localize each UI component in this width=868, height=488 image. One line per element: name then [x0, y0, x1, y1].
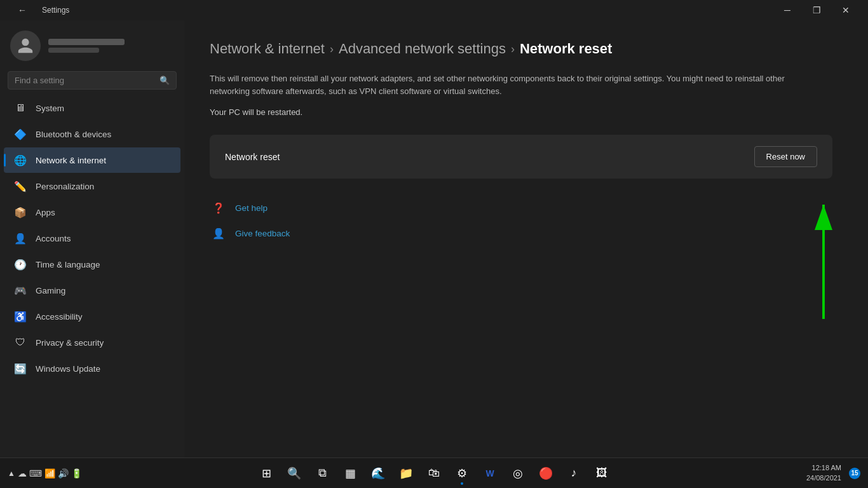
reset-now-button[interactable]: Reset now [754, 146, 817, 167]
sidebar-item-label-privacy: Privacy & security [36, 338, 104, 348]
time-display: 12:18 AM [806, 463, 841, 473]
bluetooth-icon: 🔷 [14, 128, 27, 140]
reset-card-label: Network reset [225, 152, 280, 162]
time-icon: 🕐 [14, 258, 27, 271]
search-button[interactable]: 🔍 [281, 461, 307, 486]
sidebar-item-label-update: Windows Update [36, 364, 100, 374]
sidebar-nav: 🖥System🔷Bluetooth & devices🌐Network & in… [0, 95, 184, 382]
maximize-button[interactable]: ❐ [802, 0, 831, 20]
breadcrumb-network[interactable]: Network & internet [210, 41, 325, 57]
description-text: This will remove then reinstall all your… [210, 72, 820, 97]
user-name-bar2 [48, 48, 99, 53]
titlebar-left: ← Settings [8, 0, 69, 20]
give-feedback-icon: 👤 [210, 224, 227, 242]
links-section: ❓ Get help 👤 Give feedback [210, 199, 843, 242]
privacy-icon: 🛡 [14, 336, 27, 349]
sidebar-item-label-network: Network & internet [36, 156, 106, 165]
give-feedback-text[interactable]: Give feedback [235, 229, 290, 238]
accessibility-icon: ♿ [14, 310, 27, 323]
store-icon[interactable]: 🛍 [421, 461, 447, 486]
personalization-icon: ✏️ [14, 180, 27, 193]
sidebar-item-bluetooth[interactable]: 🔷Bluetooth & devices [4, 121, 180, 147]
active-indicator [4, 154, 6, 166]
network-icon: 🌐 [14, 154, 27, 166]
sidebar-item-update[interactable]: 🔄Windows Update [4, 356, 180, 381]
taskbar-center: ⊞ 🔍 ⧉ ▦ 🌊 📁 🛍 ⚙ W ◎ 🔴 ♪ 🖼 [254, 461, 614, 486]
sidebar-item-label-accessibility: Accessibility [36, 312, 83, 322]
main-area: 🔍 🖥System🔷Bluetooth & devices🌐Network & … [0, 20, 868, 458]
taskbar-right: 12:18 AM 24/08/2021 15 [803, 463, 860, 483]
breadcrumb: Network & internet › Advanced network se… [210, 41, 843, 57]
back-button[interactable]: ← [8, 0, 37, 20]
sidebar-item-privacy[interactable]: 🛡Privacy & security [4, 330, 180, 355]
user-icon [17, 37, 34, 55]
app-music-icon[interactable]: ♪ [561, 461, 587, 486]
sidebar-item-label-gaming: Gaming [36, 286, 65, 295]
edge-icon[interactable]: 🌊 [365, 461, 391, 486]
sidebar-item-network[interactable]: 🌐Network & internet [4, 147, 180, 173]
taskbar-left: ▲ ☁ ⌨ 📶 🔊 🔋 [8, 468, 82, 478]
sidebar-item-label-bluetooth: Bluetooth & devices [36, 130, 111, 139]
taskview-button[interactable]: ⧉ [309, 461, 335, 486]
user-section [0, 20, 184, 69]
wifi-icon: 📶 [44, 468, 55, 478]
get-help-text[interactable]: Get help [235, 203, 268, 213]
chevron-up-icon[interactable]: ▲ [8, 469, 15, 478]
content-area: Network & internet › Advanced network se… [184, 20, 868, 458]
volume-icon: 🔊 [58, 468, 69, 478]
titlebar-controls: ─ ❐ ✕ [773, 0, 860, 20]
date-display: 24/08/2021 [806, 473, 841, 483]
reset-card: Network reset Reset now [210, 135, 832, 179]
get-help-icon: ❓ [210, 199, 227, 217]
titlebar: ← Settings ─ ❐ ✕ [0, 0, 868, 20]
accounts-icon: 👤 [14, 232, 27, 245]
breadcrumb-current: Network reset [520, 41, 613, 57]
user-name-block [48, 39, 125, 53]
search-box[interactable]: 🔍 [8, 71, 177, 90]
taskbar-tray-left: ▲ ☁ ⌨ 📶 🔊 🔋 [8, 468, 82, 478]
close-button[interactable]: ✕ [831, 0, 860, 20]
system-icon: 🖥 [14, 102, 27, 114]
sidebar-item-label-time: Time & language [36, 260, 100, 269]
sidebar-item-apps[interactable]: 📦Apps [4, 200, 180, 225]
battery-icon: 🔋 [71, 468, 82, 478]
app-red-icon[interactable]: 🔴 [533, 461, 559, 486]
explorer-icon[interactable]: 📁 [393, 461, 419, 486]
word-icon[interactable]: W [477, 461, 503, 486]
content-wrapper: Network & internet › Advanced network se… [184, 20, 868, 458]
apps-icon: 📦 [14, 206, 27, 219]
breadcrumb-advanced[interactable]: Advanced network settings [339, 41, 506, 57]
sidebar-item-system[interactable]: 🖥System [4, 95, 180, 121]
sidebar-item-accessibility[interactable]: ♿Accessibility [4, 304, 180, 329]
chrome-icon[interactable]: ◎ [505, 461, 531, 486]
sidebar-item-label-personalization: Personalization [36, 182, 94, 191]
sidebar-item-label-system: System [36, 104, 64, 113]
minimize-button[interactable]: ─ [773, 0, 802, 20]
widgets-button[interactable]: ▦ [337, 461, 363, 486]
sidebar-item-label-accounts: Accounts [36, 234, 71, 243]
breadcrumb-sep1: › [330, 43, 334, 56]
start-button[interactable]: ⊞ [254, 461, 279, 486]
breadcrumb-sep2: › [511, 43, 515, 56]
sidebar-item-accounts[interactable]: 👤Accounts [4, 226, 180, 251]
settings-taskbar-icon[interactable]: ⚙ [449, 461, 475, 486]
clock[interactable]: 12:18 AM 24/08/2021 [803, 463, 845, 483]
titlebar-title: Settings [42, 6, 69, 15]
avatar [10, 30, 41, 61]
update-icon: 🔄 [14, 362, 27, 375]
sidebar-item-gaming[interactable]: 🎮Gaming [4, 278, 180, 303]
gaming-icon: 🎮 [14, 284, 27, 297]
sidebar-item-personalization[interactable]: ✏️Personalization [4, 173, 180, 199]
sidebar-item-time[interactable]: 🕐Time & language [4, 252, 180, 277]
give-feedback-link[interactable]: 👤 Give feedback [210, 224, 843, 242]
notification-badge[interactable]: 15 [849, 468, 860, 479]
sidebar-item-label-apps: Apps [36, 208, 55, 217]
restart-note: Your PC will be restarted. [210, 107, 843, 117]
app-photo-icon[interactable]: 🖼 [589, 461, 614, 486]
taskbar: ▲ ☁ ⌨ 📶 🔊 🔋 ⊞ 🔍 ⧉ ▦ 🌊 📁 🛍 ⚙ W ◎ 🔴 ♪ 🖼 12… [0, 458, 868, 488]
keyboard-icon: ⌨ [29, 468, 42, 478]
sidebar: 🔍 🖥System🔷Bluetooth & devices🌐Network & … [0, 20, 184, 458]
get-help-link[interactable]: ❓ Get help [210, 199, 843, 217]
search-input[interactable] [15, 76, 154, 85]
cloud-icon: ☁ [18, 468, 27, 478]
